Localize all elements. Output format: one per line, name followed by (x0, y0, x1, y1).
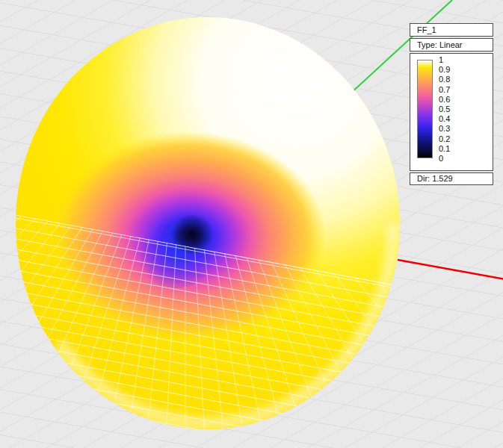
colorbar-gradient (417, 60, 433, 158)
colorbar-tick-label: 0.6 (439, 96, 450, 104)
colorbar-tick-label: 0 (439, 155, 443, 163)
colorbar-ticks: 10.90.80.70.60.50.40.30.20.10 (439, 60, 488, 158)
legend-type-label: Type: Linear (417, 40, 463, 49)
legend-dir-box: Dir: 1.529 (410, 172, 493, 185)
legend-title-box: FF_1 (410, 23, 493, 37)
colorbar-tick-label: 0.2 (439, 135, 450, 143)
colorbar-tick-label: 1 (439, 56, 443, 64)
x-axis-line (398, 260, 503, 279)
legend-dir-label: Dir: 1.529 (417, 174, 453, 183)
colorbar-tick-label: 0.4 (439, 115, 450, 123)
viewport-3d[interactable]: FF_1 Type: Linear 10.90.80.70.60.50.40.3… (0, 0, 503, 448)
farfield-legend: FF_1 Type: Linear 10.90.80.70.60.50.40.3… (410, 23, 493, 185)
colorbar-tick-label: 0.1 (439, 145, 450, 153)
legend-type-box: Type: Linear (410, 38, 493, 52)
colorbar-tick-label: 0.8 (439, 75, 450, 84)
legend-title: FF_1 (417, 25, 436, 34)
colorbar-tick-label: 0.3 (439, 125, 450, 133)
colorbar-tick-label: 0.9 (439, 66, 450, 74)
colorbar-tick-label: 0.7 (439, 86, 450, 94)
colorbar-tick-label: 0.5 (439, 105, 450, 113)
legend-colorbar-box: 10.90.80.70.60.50.40.30.20.10 (410, 53, 493, 171)
